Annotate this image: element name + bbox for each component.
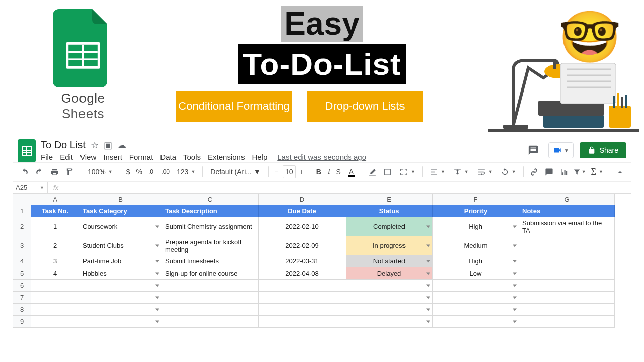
cell[interactable]: Sign-up for online course: [162, 267, 259, 280]
cell[interactable]: [433, 280, 519, 292]
bold-icon[interactable]: B: [314, 165, 324, 178]
text-color-icon[interactable]: A: [345, 165, 358, 178]
font-size-decrease[interactable]: −: [273, 165, 281, 178]
cell[interactable]: Completed: [346, 217, 433, 236]
cell[interactable]: Coursework: [79, 217, 162, 236]
header-cell[interactable]: Task No.: [31, 205, 79, 217]
cell[interactable]: [162, 304, 259, 316]
spreadsheet-grid[interactable]: ABCDEFG 1Task No.Task CategoryTask Descr…: [13, 194, 631, 328]
meet-present-button[interactable]: ▼: [548, 142, 574, 158]
dropdown-arrow-icon[interactable]: [426, 308, 430, 311]
dropdown-arrow-icon[interactable]: [155, 296, 159, 299]
dropdown-arrow-icon[interactable]: [155, 308, 159, 311]
cell[interactable]: Prepare agenda for kickoff meeting: [162, 236, 259, 255]
filter-icon[interactable]: ▼: [573, 165, 586, 178]
wrap-icon[interactable]: ▼: [474, 165, 496, 178]
undo-icon[interactable]: [18, 165, 31, 178]
cell[interactable]: Student Clubs: [79, 236, 162, 255]
menu-tools[interactable]: Tools: [183, 153, 201, 161]
dropdown-arrow-icon[interactable]: [155, 284, 159, 287]
menu-data[interactable]: Data: [160, 153, 176, 161]
functions-icon[interactable]: Σ▼: [588, 165, 606, 178]
row-header[interactable]: 8: [13, 304, 31, 316]
cell[interactable]: [79, 292, 162, 304]
cell[interactable]: [519, 316, 615, 328]
cell[interactable]: [346, 280, 433, 292]
cell[interactable]: Delayed: [346, 267, 433, 280]
col-header-G[interactable]: G: [519, 194, 615, 205]
menu-help[interactable]: Help: [252, 153, 267, 161]
dropdown-arrow-icon[interactable]: [426, 284, 430, 287]
cell[interactable]: High: [433, 255, 519, 267]
cell[interactable]: [31, 292, 79, 304]
print-icon[interactable]: [48, 165, 61, 178]
row-header[interactable]: 1: [13, 205, 31, 217]
cell[interactable]: Submit timesheets: [162, 255, 259, 267]
menu-view[interactable]: View: [80, 153, 96, 161]
cell[interactable]: [433, 316, 519, 328]
name-box[interactable]: A25▼: [13, 182, 48, 193]
header-cell[interactable]: Due Date: [259, 205, 346, 217]
cell[interactable]: [162, 280, 259, 292]
cloud-saved-icon[interactable]: ☁: [117, 140, 126, 151]
h-align-icon[interactable]: ▼: [427, 165, 448, 178]
cell[interactable]: [346, 292, 433, 304]
cell[interactable]: [162, 316, 259, 328]
chart-icon[interactable]: [558, 165, 571, 178]
cell[interactable]: [433, 292, 519, 304]
dropdown-arrow-icon[interactable]: [513, 320, 517, 323]
row-header[interactable]: 9: [13, 316, 31, 328]
cell[interactable]: 2022-02-10: [259, 217, 346, 236]
dropdown-arrow-icon[interactable]: [513, 260, 517, 262]
comment-icon[interactable]: [543, 165, 556, 178]
menu-insert[interactable]: Insert: [103, 153, 122, 161]
cell[interactable]: In progress: [346, 236, 433, 255]
cell[interactable]: 4: [31, 267, 79, 280]
comments-icon[interactable]: [524, 142, 542, 158]
fill-color-icon[interactable]: [366, 165, 379, 178]
cell[interactable]: [79, 304, 162, 316]
cell[interactable]: Medium: [433, 236, 519, 255]
formula-input[interactable]: [64, 186, 631, 190]
cell[interactable]: [31, 280, 79, 292]
currency-icon[interactable]: $: [124, 165, 132, 178]
col-header-A[interactable]: A: [31, 194, 79, 205]
strike-icon[interactable]: S: [334, 165, 343, 178]
cell[interactable]: [519, 304, 615, 316]
menu-extensions[interactable]: Extensions: [208, 153, 245, 161]
font-size-increase[interactable]: +: [298, 165, 306, 178]
number-format-select[interactable]: 123▼: [174, 165, 198, 178]
cell[interactable]: [31, 316, 79, 328]
dropdown-arrow-icon[interactable]: [155, 244, 159, 247]
row-header[interactable]: 6: [13, 280, 31, 292]
dropdown-arrow-icon[interactable]: [513, 244, 517, 247]
cell[interactable]: [31, 304, 79, 316]
col-header-F[interactable]: F: [433, 194, 519, 205]
dropdown-arrow-icon[interactable]: [426, 225, 430, 228]
cell[interactable]: [259, 280, 346, 292]
row-header[interactable]: 7: [13, 292, 31, 304]
move-icon[interactable]: ▣: [104, 140, 112, 151]
cell[interactable]: Low: [433, 267, 519, 280]
dropdown-arrow-icon[interactable]: [426, 260, 430, 262]
rotate-icon[interactable]: ▼: [498, 165, 519, 178]
borders-icon[interactable]: [381, 165, 394, 178]
dropdown-arrow-icon[interactable]: [426, 244, 430, 247]
dropdown-arrow-icon[interactable]: [155, 260, 159, 262]
dropdown-arrow-icon[interactable]: [426, 272, 430, 275]
cell[interactable]: [346, 304, 433, 316]
col-header-E[interactable]: E: [346, 194, 433, 205]
italic-icon[interactable]: I: [326, 165, 332, 178]
cell[interactable]: [259, 316, 346, 328]
cell[interactable]: [346, 316, 433, 328]
cell[interactable]: [79, 316, 162, 328]
decrease-decimal-icon[interactable]: .0: [146, 165, 157, 178]
dropdown-arrow-icon[interactable]: [513, 296, 517, 299]
last-edit-link[interactable]: Last edit was seconds ago: [277, 153, 366, 161]
header-cell[interactable]: Status: [346, 205, 433, 217]
v-align-icon[interactable]: ▼: [450, 165, 472, 178]
dropdown-arrow-icon[interactable]: [155, 272, 159, 275]
cell[interactable]: 2022-02-09: [259, 236, 346, 255]
cell[interactable]: [519, 292, 615, 304]
cell[interactable]: [162, 292, 259, 304]
